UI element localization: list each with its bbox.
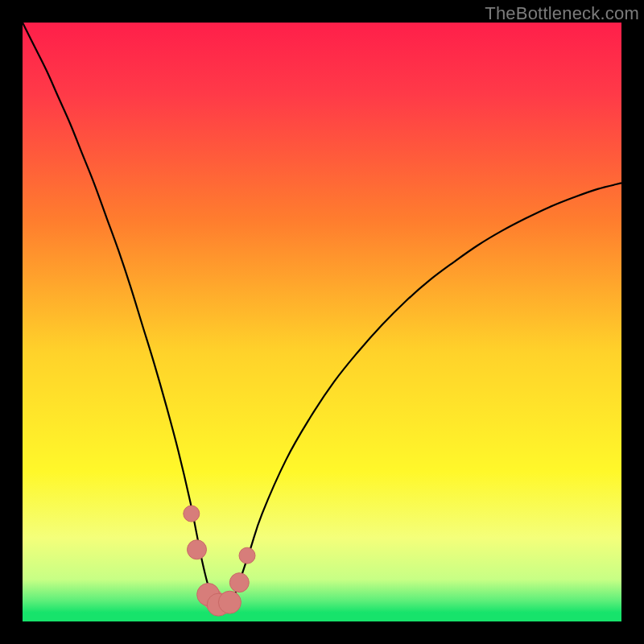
watermark-text: TheBottleneck.com [485, 3, 639, 24]
trough-marker [188, 540, 207, 559]
gradient-background [23, 23, 621, 621]
chart-frame: TheBottleneck.com [0, 0, 644, 644]
trough-marker [184, 506, 200, 522]
plot-area [23, 23, 621, 621]
trough-marker [229, 573, 249, 592]
trough-marker [239, 547, 255, 564]
trough-marker [218, 591, 241, 613]
chart-svg [23, 23, 621, 621]
